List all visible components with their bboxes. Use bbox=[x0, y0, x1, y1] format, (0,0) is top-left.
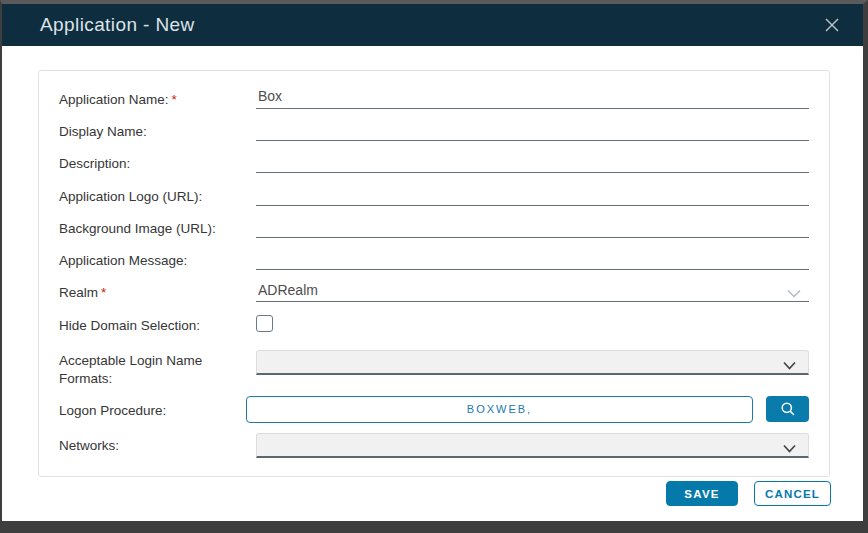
form-row-application-logo: Application Logo (URL): bbox=[59, 182, 809, 206]
form-row-hide-domain-selection: Hide Domain Selection: bbox=[59, 311, 809, 336]
acceptable-login-name-formats-select[interactable] bbox=[256, 350, 809, 375]
application-name-input[interactable] bbox=[256, 85, 809, 109]
application-message-input[interactable] bbox=[256, 246, 809, 270]
application-message-label: Application Message: bbox=[59, 246, 256, 270]
application-logo-input[interactable] bbox=[256, 182, 809, 206]
hide-domain-selection-checkbox[interactable] bbox=[256, 315, 273, 332]
dialog-action-bar: SAVE CANCEL bbox=[666, 481, 831, 506]
form-row-application-name: Application Name:* bbox=[59, 85, 809, 109]
acceptable-login-name-formats-label: Acceptable Login Name Formats: bbox=[59, 346, 256, 388]
realm-label: Realm* bbox=[59, 278, 256, 302]
description-label: Description: bbox=[59, 149, 256, 173]
application-logo-label: Application Logo (URL): bbox=[59, 182, 256, 206]
networks-select[interactable] bbox=[256, 433, 809, 458]
display-name-input[interactable] bbox=[256, 117, 809, 141]
required-asterisk: * bbox=[172, 92, 177, 107]
logon-procedure-input[interactable]: BOXWEB, bbox=[246, 396, 753, 423]
realm-selected-value: ADRealm bbox=[258, 282, 318, 298]
logon-procedure-search-button[interactable] bbox=[766, 396, 809, 422]
networks-label: Networks: bbox=[59, 431, 256, 455]
application-new-dialog-window: Application - New Application Name:* Dis… bbox=[0, 0, 868, 533]
chevron-down-icon bbox=[783, 439, 796, 457]
form-row-acceptable-login-name-formats: Acceptable Login Name Formats: bbox=[59, 346, 809, 388]
dialog-header: Application - New bbox=[2, 4, 863, 46]
form-row-display-name: Display Name: bbox=[59, 117, 809, 141]
cancel-button[interactable]: CANCEL bbox=[754, 481, 831, 506]
background-image-label: Background Image (URL): bbox=[59, 214, 256, 238]
chevron-down-icon bbox=[783, 356, 796, 374]
application-form-card: Application Name:* Display Name: Descrip… bbox=[38, 70, 830, 477]
hide-domain-selection-label: Hide Domain Selection: bbox=[59, 311, 256, 335]
logon-procedure-label: Logon Procedure: bbox=[59, 396, 246, 420]
form-row-background-image: Background Image (URL): bbox=[59, 214, 809, 238]
form-row-networks: Networks: bbox=[59, 431, 809, 458]
realm-select[interactable]: ADRealm bbox=[256, 278, 809, 302]
form-row-description: Description: bbox=[59, 149, 809, 173]
dialog-title: Application - New bbox=[40, 14, 821, 36]
required-asterisk: * bbox=[101, 285, 106, 300]
application-name-label-text: Application Name: bbox=[59, 92, 169, 107]
background-image-input[interactable] bbox=[256, 214, 809, 238]
form-row-application-message: Application Message: bbox=[59, 246, 809, 270]
description-input[interactable] bbox=[256, 149, 809, 173]
realm-label-text: Realm bbox=[59, 285, 98, 300]
save-button[interactable]: SAVE bbox=[666, 481, 738, 506]
chevron-down-icon bbox=[787, 285, 801, 301]
close-icon[interactable] bbox=[821, 14, 843, 36]
display-name-label: Display Name: bbox=[59, 117, 256, 141]
form-row-logon-procedure: Logon Procedure: BOXWEB, bbox=[59, 396, 809, 423]
application-name-label: Application Name:* bbox=[59, 85, 256, 109]
form-row-realm: Realm* ADRealm bbox=[59, 278, 809, 302]
search-icon bbox=[780, 401, 796, 417]
